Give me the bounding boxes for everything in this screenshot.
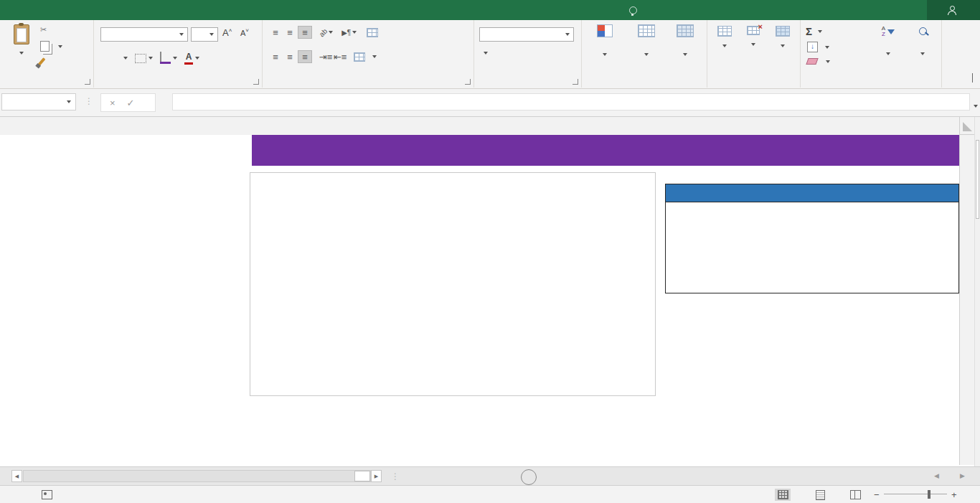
shrink-font-button[interactable]: A˅ xyxy=(240,27,249,37)
align-middle-button[interactable]: ≡ xyxy=(283,27,296,38)
delete-cells-button[interactable]: × xyxy=(740,26,767,48)
orientation-icon: ab xyxy=(318,27,329,38)
expand-formula-bar-button[interactable] xyxy=(974,99,978,112)
merge-center-icon xyxy=(354,52,365,62)
zoom-slider-thumb[interactable] xyxy=(928,490,930,499)
cut-button[interactable]: ✂ xyxy=(40,25,50,34)
insert-cells-icon xyxy=(717,26,732,37)
font-name-select[interactable] xyxy=(100,27,188,42)
increase-indent-button[interactable]: ⇤≡ xyxy=(334,51,347,62)
clipboard-dialog-launcher[interactable] xyxy=(85,79,90,85)
wrap-text-button[interactable] xyxy=(367,28,382,37)
normal-view-icon xyxy=(778,490,788,499)
horizontal-scrollbar-thumb[interactable] xyxy=(354,471,370,481)
copy-button[interactable] xyxy=(40,41,62,52)
collapse-ribbon-button[interactable] xyxy=(972,74,973,83)
copy-dropdown-arrow[interactable] xyxy=(58,45,62,48)
cell-styles-button[interactable] xyxy=(667,24,703,58)
stats-table-header[interactable] xyxy=(666,184,958,202)
sheet-nav-right-button[interactable]: ▶ xyxy=(960,472,965,479)
paste-button[interactable] xyxy=(6,24,37,57)
format-as-table-icon xyxy=(638,24,655,37)
text-direction-button[interactable]: ▶¶ xyxy=(341,29,357,37)
decrease-indent-button[interactable]: ⇥≡ xyxy=(319,51,332,62)
name-box[interactable] xyxy=(1,93,76,111)
eraser-icon xyxy=(806,58,818,65)
report-title-cell[interactable] xyxy=(252,135,959,166)
person-icon xyxy=(948,7,954,13)
group-number xyxy=(473,20,582,88)
hscroll-left-button[interactable]: ◀ xyxy=(11,470,22,482)
number-format-select[interactable] xyxy=(479,27,574,42)
formula-input[interactable] xyxy=(172,93,970,111)
fill-color-icon xyxy=(160,52,171,64)
select-all-triangle-icon xyxy=(963,122,972,131)
group-clipboard: ✂ xyxy=(0,20,94,88)
row-headers xyxy=(959,135,974,465)
format-painter-button[interactable] xyxy=(40,57,48,66)
zoom-slider[interactable] xyxy=(884,494,947,494)
group-styles xyxy=(581,20,707,88)
align-right-button[interactable]: ≡ xyxy=(298,50,312,63)
paste-icon xyxy=(14,24,29,44)
summary-stats-table[interactable] xyxy=(665,184,959,293)
tab-splitter[interactable]: ⋮ xyxy=(391,471,400,481)
clear-button[interactable] xyxy=(807,58,830,65)
group-cells: × xyxy=(707,20,801,88)
fill-button[interactable]: ↓ xyxy=(807,42,829,52)
horizontal-scrollbar[interactable] xyxy=(23,470,371,482)
orientation-button[interactable]: ab xyxy=(319,29,333,37)
cancel-formula-button[interactable]: × xyxy=(110,98,116,108)
underline-dropdown-arrow[interactable] xyxy=(123,57,128,60)
align-bottom-button[interactable]: ≡ xyxy=(298,26,312,39)
vertical-scrollbar-thumb[interactable] xyxy=(976,140,979,219)
macro-record-icon[interactable] xyxy=(42,490,52,499)
format-as-table-button[interactable] xyxy=(626,24,666,58)
font-size-select[interactable] xyxy=(191,27,218,42)
sheet-nav-left-button[interactable]: ◀ xyxy=(934,472,939,479)
insert-cells-button[interactable] xyxy=(711,26,738,50)
find-select-button[interactable] xyxy=(906,26,939,57)
merge-center-button[interactable] xyxy=(354,52,377,62)
zoom-in-button[interactable]: + xyxy=(951,489,957,500)
font-dialog-launcher[interactable] xyxy=(253,79,259,85)
tell-me-search[interactable] xyxy=(629,0,642,20)
autosum-button[interactable]: Σ xyxy=(806,25,822,37)
conditional-formatting-button[interactable] xyxy=(584,24,626,58)
enter-formula-button[interactable]: ✓ xyxy=(127,98,135,108)
sort-filter-button[interactable]: AZ xyxy=(872,26,905,57)
format-cells-button[interactable] xyxy=(768,26,797,50)
paste-dropdown-arrow[interactable] xyxy=(19,52,24,55)
share-button[interactable] xyxy=(927,0,980,20)
ribbon: ✂ A˄ A˅ A xyxy=(0,20,980,89)
number-dialog-launcher[interactable] xyxy=(573,79,578,85)
group-alignment: ≡ ≡ ≡ ab ▶¶ ≡ ≡ ≡ ⇥≡ ⇤≡ xyxy=(262,20,474,88)
zoom-out-button[interactable]: − xyxy=(874,489,880,500)
chevron-up-icon xyxy=(972,73,973,83)
font-color-button[interactable]: A xyxy=(184,52,199,65)
gender-distribution-chart[interactable] xyxy=(250,172,656,396)
page-break-view-button[interactable] xyxy=(847,489,863,501)
sigma-icon: Σ xyxy=(806,25,812,37)
add-sheet-button[interactable] xyxy=(521,469,537,485)
fill-color-button[interactable] xyxy=(160,52,177,64)
wrap-text-icon xyxy=(367,28,378,37)
normal-view-button[interactable] xyxy=(775,489,791,501)
page-layout-view-button[interactable] xyxy=(812,489,828,501)
name-box-splitter[interactable]: ⋮ xyxy=(85,96,93,106)
excel-window: { "tab_bar": { "tabs": [ {"label": "File… xyxy=(0,0,980,503)
align-top-button[interactable]: ≡ xyxy=(269,27,282,38)
page-break-icon xyxy=(850,490,861,499)
format-cells-icon xyxy=(776,26,790,37)
borders-button[interactable] xyxy=(135,54,153,63)
align-center-button[interactable]: ≡ xyxy=(283,51,296,62)
worksheet-grid[interactable] xyxy=(0,135,959,465)
grow-font-button[interactable]: A˄ xyxy=(222,27,232,38)
vertical-scrollbar[interactable] xyxy=(974,117,980,466)
hscroll-right-button[interactable]: ▶ xyxy=(371,470,382,482)
align-left-button[interactable]: ≡ xyxy=(269,51,282,62)
fill-down-icon: ↓ xyxy=(807,42,818,52)
accounting-format-button[interactable] xyxy=(482,52,488,55)
delete-cells-icon: × xyxy=(747,26,760,35)
alignment-dialog-launcher[interactable] xyxy=(465,79,471,85)
